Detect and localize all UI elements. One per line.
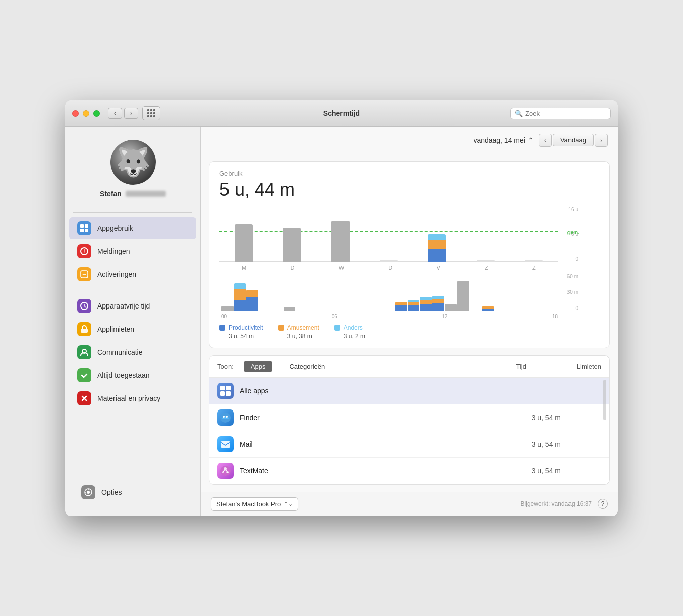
date-prev-button[interactable]: ‹ bbox=[539, 134, 552, 147]
mail-time: 3 u, 54 m bbox=[532, 440, 601, 448]
bar-m bbox=[235, 224, 253, 262]
bar-d1 bbox=[283, 228, 301, 262]
app-list: Alle apps Finder 3 u, 54 m bbox=[209, 378, 609, 484]
avatar bbox=[110, 140, 156, 185]
sidebar-item-communicatie[interactable]: Communicatie bbox=[69, 341, 196, 363]
sidebar-label-meldingen: Meldingen bbox=[97, 247, 130, 255]
help-button[interactable]: ? bbox=[598, 499, 608, 509]
weekly-chart: 16 u 8 u 0 gem. bbox=[219, 207, 599, 340]
username: Stefan bbox=[100, 190, 122, 198]
sidebar-item-applimieten[interactable]: Applimieten bbox=[69, 318, 196, 340]
bar-z1 bbox=[477, 260, 495, 262]
sidebar-item-activeringen[interactable]: ☰ Activeringen bbox=[69, 263, 196, 285]
sidebar-item-meldingen[interactable]: ! Meldingen bbox=[69, 240, 196, 262]
date-chevron: ⌃ bbox=[528, 136, 534, 144]
back-button[interactable]: ‹ bbox=[108, 108, 122, 119]
toon-label: Toon: bbox=[217, 363, 234, 370]
scrollbar-thumb bbox=[603, 380, 606, 420]
legend-anders: Anders 3 u, 2 m bbox=[334, 324, 365, 340]
finder-name: Finder bbox=[240, 414, 260, 422]
sidebar-item-materiaal-en-privacy[interactable]: Materiaal en privacy bbox=[69, 387, 196, 409]
hourly-bars bbox=[219, 274, 558, 311]
bar-group-d1 bbox=[283, 228, 301, 262]
day-m: M bbox=[242, 265, 246, 271]
opties-icon bbox=[81, 485, 95, 499]
bar-v-orange bbox=[428, 240, 446, 249]
mail-icon bbox=[217, 436, 234, 452]
search-input[interactable] bbox=[525, 110, 606, 117]
sidebar-label-materiaal-en-privacy: Materiaal en privacy bbox=[97, 394, 160, 402]
alle-apps-icon bbox=[217, 383, 234, 399]
sidebar-item-altijd-toegestaan[interactable]: Altijd toegestaan bbox=[69, 364, 196, 386]
content-area: Stefan Appgebruik ! Meldingen ☰ bbox=[65, 127, 618, 516]
gem-label: gem. bbox=[567, 230, 579, 235]
nav-buttons: ‹ › bbox=[108, 108, 138, 119]
status-updated: Bijgewerkt: vandaag 16:37 bbox=[521, 500, 592, 507]
close-button[interactable] bbox=[72, 110, 79, 117]
scrollbar[interactable] bbox=[603, 378, 607, 484]
date-text: vandaag, 14 mei bbox=[473, 136, 525, 144]
textmate-icon bbox=[217, 463, 234, 479]
legend-label-amusement: Amusement bbox=[287, 324, 319, 331]
textmate-name: TextMate bbox=[240, 467, 268, 475]
bar-group-z2 bbox=[525, 260, 543, 262]
date-label: vandaag, 14 mei ⌃ bbox=[473, 136, 534, 144]
sidebar-label-opties: Opties bbox=[101, 488, 122, 496]
grid-icon bbox=[147, 109, 155, 117]
legend-anders-label-row: Anders bbox=[334, 324, 363, 331]
grid-view-button[interactable] bbox=[142, 106, 160, 120]
col-header-tijd: Tijd bbox=[516, 363, 526, 370]
list-item-textmate[interactable]: TextMate 3 u, 54 m bbox=[209, 458, 609, 484]
hourly-bar-12e bbox=[445, 304, 457, 311]
list-item-alle-apps[interactable]: Alle apps bbox=[209, 378, 609, 404]
legend-label-anders: Anders bbox=[344, 324, 363, 331]
device-select-arrow: ⌃⌄ bbox=[284, 501, 293, 507]
altijd-toegestaan-icon bbox=[77, 368, 91, 382]
legend-productiviteit: Productiviteit 3 u, 54 m bbox=[219, 324, 263, 340]
finder-time: 3 u, 54 m bbox=[532, 414, 601, 422]
day-z1: Z bbox=[485, 265, 488, 271]
vandaag-button[interactable]: Vandaag bbox=[553, 134, 594, 146]
forward-button[interactable]: › bbox=[124, 108, 138, 119]
day-v: V bbox=[437, 265, 440, 271]
sidebar-item-appgebruik[interactable]: Appgebruik bbox=[69, 217, 196, 239]
hourly-bar-03 bbox=[284, 307, 296, 311]
svg-rect-1 bbox=[85, 224, 88, 228]
sidebar-item-apparaatvrije-tijd[interactable]: Apparaatvrije tijd bbox=[69, 295, 196, 317]
legend-value-productiviteit: 3 u, 54 m bbox=[229, 333, 254, 340]
bar-v-ltblue bbox=[428, 234, 446, 240]
bar-group-v bbox=[428, 234, 446, 262]
sidebar-item-opties[interactable]: Opties bbox=[73, 481, 192, 503]
svg-point-28 bbox=[226, 471, 229, 473]
minimize-button[interactable] bbox=[83, 110, 89, 117]
finder-icon bbox=[217, 409, 234, 426]
meldingen-icon: ! bbox=[77, 244, 91, 258]
legend: Productiviteit 3 u, 54 m Amusement 3 u, … bbox=[219, 324, 579, 340]
svg-point-26 bbox=[224, 467, 227, 470]
alle-apps-name: Alle apps bbox=[240, 387, 269, 395]
tab-categorieen[interactable]: Categorieën bbox=[282, 361, 332, 372]
tab-apps[interactable]: Apps bbox=[244, 361, 273, 372]
legend-dot-anders bbox=[334, 325, 340, 331]
grid-label-0: 0 bbox=[575, 256, 578, 262]
device-select[interactable]: Stefan's MacBook Pro ⌃⌄ bbox=[211, 497, 298, 511]
hourly-bar-12d bbox=[432, 296, 444, 311]
svg-point-22 bbox=[224, 416, 225, 417]
bar-d2 bbox=[380, 260, 398, 262]
list-item-mail[interactable]: Mail 3 u, 54 m bbox=[209, 431, 609, 458]
date-next-button[interactable]: › bbox=[595, 134, 608, 147]
list-toolbar: Toon: Apps Categorieën Tijd Limieten bbox=[209, 356, 609, 378]
device-name: Stefan's MacBook Pro bbox=[216, 500, 281, 508]
usage-title: Gebruik bbox=[219, 170, 599, 177]
textmate-time: 3 u, 54 m bbox=[532, 467, 601, 475]
maximize-button[interactable] bbox=[93, 110, 100, 117]
list-item-finder[interactable]: Finder 3 u, 54 m bbox=[209, 404, 609, 431]
search-box[interactable]: 🔍 bbox=[510, 108, 611, 119]
communicatie-icon bbox=[77, 345, 91, 359]
legend-dot-amusement bbox=[278, 325, 284, 331]
hour-00: 00 bbox=[221, 314, 227, 319]
svg-text:!: ! bbox=[83, 249, 85, 254]
applimieten-icon bbox=[77, 322, 91, 336]
hourly-bar-12b bbox=[408, 300, 420, 311]
weekly-chart-area: 16 u 8 u 0 gem. bbox=[219, 207, 579, 272]
